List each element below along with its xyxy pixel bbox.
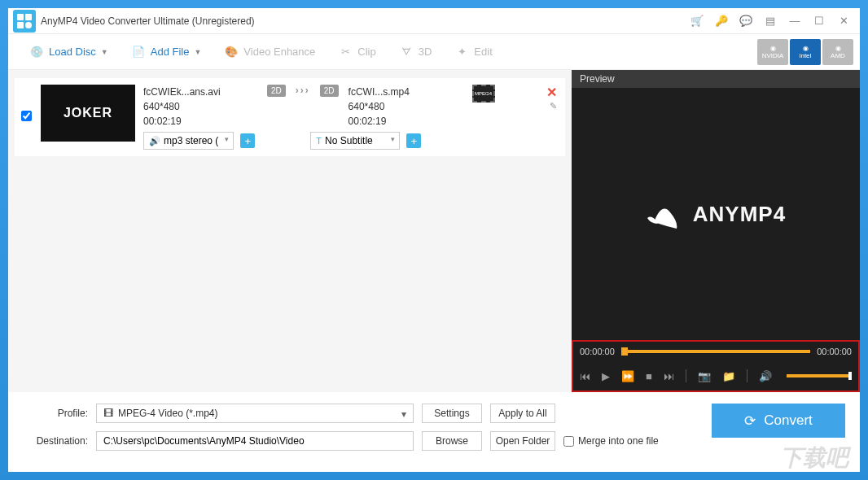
- load-disc-button[interactable]: 💿 Load Disc ▼: [21, 41, 116, 63]
- gpu-badges: ◉NVIDIA ◉intel ◉AMD: [757, 39, 853, 65]
- add-subtitle-button[interactable]: +: [406, 133, 421, 148]
- app-logo-icon: [13, 10, 36, 33]
- target-2d-badge: 2D: [320, 85, 339, 97]
- add-file-button[interactable]: 📄 Add File ▼: [123, 41, 210, 63]
- format-icon: 🎞: [103, 408, 113, 419]
- snapshot-button[interactable]: 📷: [698, 370, 711, 382]
- target-duration: 00:02:19: [349, 114, 462, 129]
- minimize-button[interactable]: —: [788, 15, 801, 28]
- preview-brand: ANYMP4: [693, 202, 786, 227]
- amd-badge: ◉AMD: [822, 39, 853, 65]
- edit-label: Edit: [474, 46, 492, 58]
- add-audio-button[interactable]: +: [240, 133, 255, 148]
- clip-label: Clip: [357, 46, 375, 58]
- target-filename: fcCWI...s.mp4: [349, 85, 462, 99]
- convert-button[interactable]: ⟳ Convert: [712, 404, 845, 438]
- svg-point-3: [25, 22, 32, 28]
- prev-button[interactable]: ⏮: [580, 370, 590, 382]
- subtitle-select[interactable]: TNo Subtitle: [310, 132, 400, 150]
- 3d-button[interactable]: ᗊ 3D: [391, 41, 441, 63]
- arrow-icon: ›››: [296, 85, 310, 96]
- source-filename: fcCWIEk...ans.avi: [143, 85, 257, 99]
- separator: [686, 369, 686, 382]
- svg-rect-1: [25, 14, 32, 20]
- titlebar: AnyMP4 Video Converter Ultimate (Unregis…: [8, 8, 860, 34]
- file-list: JOKER fcCWIEk...ans.avi 640*480 00:02:19…: [8, 70, 572, 392]
- preview-body: ANYMP4: [572, 88, 860, 340]
- profile-select[interactable]: 🎞MPEG-4 Video (*.mp4): [96, 404, 414, 423]
- clip-button[interactable]: ✂ Clip: [330, 41, 384, 63]
- cart-icon[interactable]: 🛒: [690, 15, 704, 28]
- time-total: 00:00:00: [817, 347, 852, 356]
- preview-controls: 00:00:00 00:00:00 ⏮ ▶ ⏩ ■ ⏭ 📷 📁 🔊: [572, 340, 860, 392]
- source-duration: 00:02:19: [143, 114, 257, 129]
- fast-forward-button[interactable]: ⏩: [621, 370, 634, 382]
- load-disc-label: Load Disc: [49, 46, 96, 58]
- svg-rect-0: [17, 14, 24, 20]
- volume-slider[interactable]: [787, 374, 852, 377]
- video-thumbnail[interactable]: JOKER: [41, 85, 135, 142]
- play-button[interactable]: ▶: [602, 370, 610, 382]
- time-elapsed: 00:00:00: [580, 347, 615, 356]
- merge-checkbox[interactable]: Merge into one file: [563, 435, 659, 447]
- intel-badge: ◉intel: [790, 39, 821, 65]
- destination-input[interactable]: [96, 431, 414, 451]
- video-enhance-button[interactable]: 🎨 Video Enhance: [216, 41, 323, 63]
- open-dest-folder-button[interactable]: Open Folder: [490, 431, 555, 451]
- menu-icon[interactable]: ▤: [764, 15, 777, 28]
- window-title: AnyMP4 Video Converter Ultimate (Unregis…: [41, 15, 690, 27]
- subtitle-icon: T: [316, 136, 322, 146]
- window-controls: 🛒 🔑 💬 ▤ — ☐ ✕: [690, 15, 860, 28]
- target-info: fcCWI...s.mp4 640*480 00:02:19: [349, 85, 462, 129]
- browse-button[interactable]: Browse: [422, 431, 482, 451]
- next-button[interactable]: ⏭: [664, 370, 674, 382]
- seek-bar[interactable]: [621, 350, 810, 353]
- add-file-label: Add File: [151, 46, 190, 58]
- source-2d-badge: 2D: [267, 85, 286, 97]
- maximize-button[interactable]: ☐: [813, 15, 826, 28]
- convert-label: Convert: [764, 412, 813, 429]
- source-resolution: 640*480: [143, 99, 257, 114]
- stop-button[interactable]: ■: [646, 370, 652, 382]
- settings-button[interactable]: Settings: [422, 404, 482, 423]
- profile-label: Profile:: [23, 408, 88, 419]
- chevron-down-icon: ▼: [101, 48, 108, 56]
- 3d-label: 3D: [419, 46, 432, 58]
- file-item[interactable]: JOKER fcCWIEk...ans.avi 640*480 00:02:19…: [15, 78, 565, 156]
- speaker-icon: 🔊: [149, 136, 160, 146]
- remove-item-button[interactable]: ✕: [546, 85, 557, 100]
- enhance-icon: 🎨: [224, 45, 239, 59]
- item-checkbox[interactable]: [21, 110, 33, 124]
- preview-panel: Preview ANYMP4 00:00:00 00:00:00 ⏮ ▶ ⏩ ■…: [572, 70, 860, 392]
- file-details: fcCWIEk...ans.avi 640*480 00:02:19 2D ››…: [143, 85, 559, 150]
- main-area: JOKER fcCWIEk...ans.avi 640*480 00:02:19…: [8, 70, 860, 392]
- close-button[interactable]: ✕: [837, 15, 850, 28]
- feedback-icon[interactable]: 💬: [739, 15, 752, 28]
- destination-label: Destination:: [23, 435, 88, 447]
- bottom-panel: Profile: 🎞MPEG-4 Video (*.mp4) Settings …: [8, 392, 860, 470]
- codec-icon[interactable]: MPEG4: [472, 85, 495, 103]
- apply-all-button[interactable]: Apply to All: [490, 404, 555, 423]
- preview-title: Preview: [572, 70, 860, 88]
- timeline: 00:00:00 00:00:00: [580, 347, 852, 356]
- wand-icon: ✦: [454, 45, 469, 59]
- separator: [747, 369, 747, 382]
- enhance-label: Video Enhance: [243, 46, 315, 58]
- edit-item-icon[interactable]: ✎: [550, 101, 557, 111]
- 3d-icon: ᗊ: [399, 45, 414, 59]
- nvidia-badge: ◉NVIDIA: [757, 39, 788, 65]
- source-info: fcCWIEk...ans.avi 640*480 00:02:19: [143, 85, 257, 129]
- audio-track-select[interactable]: 🔊mp3 stereo (: [143, 132, 234, 150]
- disc-icon: 💿: [29, 45, 44, 59]
- brand-flame-icon: [646, 198, 685, 230]
- target-resolution: 640*480: [349, 99, 462, 114]
- add-file-icon: 📄: [131, 45, 146, 59]
- toolbar: 💿 Load Disc ▼ 📄 Add File ▼ 🎨 Video Enhan…: [8, 34, 860, 70]
- chevron-down-icon: ▼: [194, 48, 201, 56]
- open-folder-button[interactable]: 📁: [722, 370, 735, 382]
- edit-button[interactable]: ✦ Edit: [446, 41, 500, 63]
- volume-icon[interactable]: 🔊: [759, 370, 772, 382]
- key-icon[interactable]: 🔑: [715, 15, 728, 28]
- app-window: AnyMP4 Video Converter Ultimate (Unregis…: [8, 8, 860, 472]
- scissors-icon: ✂: [338, 45, 353, 59]
